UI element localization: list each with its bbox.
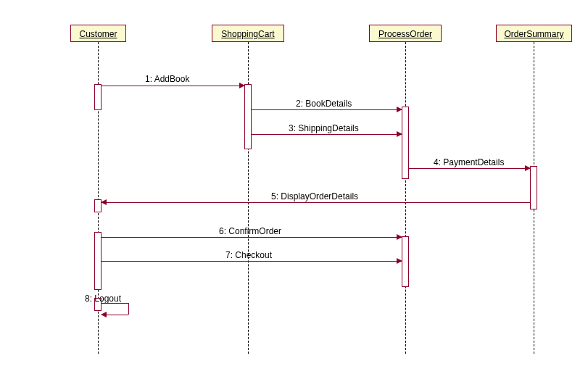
message-arrow xyxy=(409,168,530,169)
message-label: 2: BookDetails xyxy=(296,99,352,109)
sequence-diagram: Customer ShoppingCart ProcessOrder Order… xyxy=(0,0,588,374)
participant-label: Customer xyxy=(79,29,117,39)
participant-label: ShoppingCart xyxy=(221,29,274,39)
participant-summary: OrderSummary xyxy=(496,25,572,42)
message-label: 7: Checkout xyxy=(225,250,272,260)
self-message xyxy=(128,303,129,315)
activation xyxy=(94,232,102,290)
message-label: 6: ConfirmOrder xyxy=(219,226,281,236)
self-message xyxy=(102,303,128,304)
participant-process: ProcessOrder xyxy=(369,25,442,42)
activation xyxy=(244,84,252,149)
message-arrow xyxy=(102,202,530,203)
participant-customer: Customer xyxy=(70,25,126,42)
participant-label: ProcessOrder xyxy=(378,29,432,39)
arrowhead-icon xyxy=(101,312,107,317)
message-arrow xyxy=(252,109,402,110)
activation xyxy=(530,166,537,209)
message-label: 4: PaymentDetails xyxy=(434,157,504,167)
activation xyxy=(402,236,409,287)
activation xyxy=(402,107,409,179)
message-arrow xyxy=(252,134,402,135)
message-label: 3: ShippingDetails xyxy=(289,123,359,133)
message-label: 8: Logout xyxy=(85,294,121,304)
message-arrow xyxy=(102,237,402,238)
lifeline-process xyxy=(405,42,406,354)
message-label: 1: AddBook xyxy=(145,74,189,84)
message-arrow xyxy=(102,86,244,86)
activation xyxy=(94,84,102,110)
participant-label: OrderSummary xyxy=(504,29,563,39)
participant-cart: ShoppingCart xyxy=(212,25,284,42)
message-label: 5: DisplayOrderDetails xyxy=(271,191,358,201)
message-arrow xyxy=(102,261,402,262)
